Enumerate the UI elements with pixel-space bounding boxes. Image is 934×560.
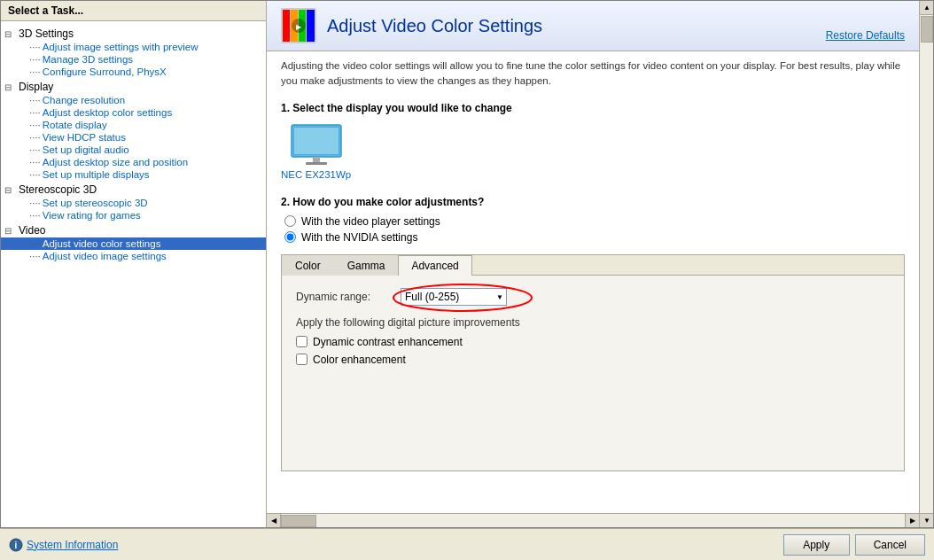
checkbox-label-dynamic-contrast: Dynamic contrast enhancement [313, 336, 463, 348]
monitor-label: NEC EX231Wp [281, 169, 351, 180]
sidebar-item-adjust-desktop-size[interactable]: ···· Adjust desktop size and position [1, 156, 266, 168]
tree-group-display: ⊟ Display ···· Change resolution ···· Ad… [1, 80, 266, 181]
color-adjust-section: 2. How do you make color adjustments? Wi… [281, 196, 905, 471]
bottom-bar: i System Information Apply Cancel [0, 528, 934, 560]
scroll-track-v [920, 15, 933, 513]
sidebar-item-adjust-video-image[interactable]: ···· Adjust video image settings [1, 250, 266, 262]
cancel-button[interactable]: Cancel [855, 534, 925, 556]
dash-icon: ···· [29, 198, 41, 208]
dash-icon: ···· [29, 107, 41, 118]
tree-group-label-stereoscopic[interactable]: ⊟ Stereoscopic 3D [1, 183, 266, 197]
svg-rect-11 [306, 162, 327, 165]
dynamic-range-label: Dynamic range: [296, 291, 393, 303]
radio-label-nvidia: With the NVIDIA settings [301, 231, 417, 244]
checkbox-dynamic-contrast[interactable] [296, 336, 307, 347]
scroll-down-arrow[interactable]: ▼ [920, 513, 934, 527]
sidebar-item-view-hdcp[interactable]: ···· View HDCP status [1, 131, 266, 144]
sidebar-item-adjust-desktop-color[interactable]: ···· Adjust desktop color settings [1, 106, 266, 119]
radio-row-video-player: With the video player settings [284, 215, 905, 228]
sidebar-item-manage-3d[interactable]: ···· Manage 3D settings [1, 53, 266, 66]
checkbox-row-color-enhance: Color enhancement [296, 354, 890, 366]
dash-icon: ···· [29, 144, 41, 155]
dash-icon: ···· [29, 251, 41, 261]
monitor-icon-container[interactable]: NEC EX231Wp [281, 123, 351, 180]
tree-group-label-3d[interactable]: ⊟ 3D Settings [1, 27, 266, 41]
tab-color[interactable]: Color [282, 255, 334, 276]
dynamic-range-wrapper: Full (0-255) Limited (16-235) [401, 288, 507, 306]
svg-rect-4 [307, 10, 315, 42]
tabs-header: Color Gamma Advanced [282, 255, 904, 276]
content-area: ▶ Adjust Video Color Settings Restore De… [267, 1, 919, 527]
tree-group-text-3d: 3D Settings [19, 27, 74, 40]
sidebar-item-adjust-video-color[interactable]: ···· Adjust video color settings [1, 237, 266, 250]
dash-icon: ···· [29, 42, 41, 52]
display-selector: NEC EX231Wp [281, 123, 905, 180]
system-info-icon: i [9, 538, 23, 552]
tree-group-3d: ⊟ 3D Settings ···· Adjust image settings… [1, 27, 266, 78]
improvements-label: Apply the following digital picture impr… [296, 316, 890, 329]
dash-icon: ···· [29, 95, 41, 105]
scroll-thumb-v[interactable] [921, 16, 933, 43]
sidebar-item-set-up-multiple[interactable]: ···· Set up multiple displays [1, 168, 266, 181]
dash-icon: ···· [29, 238, 41, 249]
tree-group-text-display: Display [19, 81, 53, 93]
select-display-section: 1. Select the display you would like to … [281, 102, 905, 180]
radio-label-video-player: With the video player settings [301, 215, 440, 228]
sidebar-tree: ⊟ 3D Settings ···· Adjust image settings… [1, 21, 266, 527]
color-adjust-heading: 2. How do you make color adjustments? [281, 196, 905, 208]
dash-icon: ···· [29, 169, 41, 180]
apply-button[interactable]: Apply [783, 534, 850, 556]
dash-icon: ···· [29, 66, 41, 77]
expander-display: ⊟ [4, 82, 19, 92]
sidebar-item-configure-surround[interactable]: ···· Configure Surround, PhysX [1, 66, 266, 78]
content-scroll: Adjusting the video color settings will … [267, 51, 919, 513]
svg-rect-10 [313, 157, 320, 162]
vertical-scrollbar: ▲ ▼ [919, 1, 933, 527]
tree-group-label-video[interactable]: ⊟ Video [1, 223, 266, 237]
svg-text:i: i [15, 541, 18, 550]
dynamic-range-select[interactable]: Full (0-255) Limited (16-235) [401, 288, 507, 306]
tree-group-stereoscopic: ⊟ Stereoscopic 3D ···· Set up stereoscop… [1, 183, 266, 222]
expander-video: ⊟ [4, 226, 19, 236]
dash-icon: ···· [29, 54, 41, 65]
sidebar-item-change-resolution[interactable]: ···· Change resolution [1, 94, 266, 106]
dash-icon: ···· [29, 132, 41, 143]
sidebar-title: Select a Task... [1, 1, 266, 21]
radio-nvidia[interactable] [284, 231, 296, 243]
horizontal-scrollbar[interactable]: ◀ ▶ [267, 513, 919, 527]
bottom-buttons: Apply Cancel [783, 534, 925, 556]
sidebar-item-set-up-digital-audio[interactable]: ···· Set up digital audio [1, 144, 266, 156]
sidebar-item-rotate-display[interactable]: ···· Rotate display [1, 119, 266, 131]
restore-defaults-link[interactable]: Restore Defaults [826, 29, 905, 43]
header-icon: ▶ [281, 8, 316, 43]
tab-advanced[interactable]: Advanced [398, 255, 471, 276]
page-title: Adjust Video Color Settings [327, 16, 826, 36]
dash-icon: ···· [29, 210, 41, 221]
sidebar-item-set-up-stereoscopic[interactable]: ···· Set up stereoscopic 3D [1, 197, 266, 209]
radio-video-player[interactable] [284, 215, 296, 227]
system-info-label: System Information [27, 539, 118, 551]
scroll-left-arrow[interactable]: ◀ [267, 514, 281, 528]
expander-3d: ⊟ [4, 29, 19, 39]
scroll-thumb-h[interactable] [281, 515, 316, 527]
tab-gamma[interactable]: Gamma [334, 255, 399, 276]
checkbox-color-enhance[interactable] [296, 354, 307, 365]
scroll-track-h [281, 514, 905, 528]
system-info-link[interactable]: i System Information [9, 538, 118, 552]
svg-rect-1 [283, 10, 290, 42]
content-header: ▶ Adjust Video Color Settings Restore De… [267, 1, 919, 51]
description-text: Adjusting the video color settings will … [281, 58, 905, 89]
checkbox-row-dynamic-contrast: Dynamic contrast enhancement [296, 336, 890, 348]
svg-text:▶: ▶ [296, 23, 302, 31]
dash-icon: ···· [29, 157, 41, 167]
scroll-right-arrow[interactable]: ▶ [905, 514, 919, 528]
radio-row-nvidia: With the NVIDIA settings [284, 231, 905, 244]
sidebar-item-adjust-image-preview[interactable]: ···· Adjust image settings with preview [1, 41, 266, 53]
tree-group-label-display[interactable]: ⊟ Display [1, 80, 266, 94]
tree-group-text-video: Video [19, 224, 45, 237]
scroll-up-arrow[interactable]: ▲ [920, 1, 934, 15]
tree-group-text-stereoscopic: Stereoscopic 3D [19, 183, 97, 196]
dash-icon: ···· [29, 120, 41, 130]
sidebar: Select a Task... ⊟ 3D Settings ···· Adju… [1, 1, 267, 527]
sidebar-item-view-rating[interactable]: ···· View rating for games [1, 209, 266, 222]
